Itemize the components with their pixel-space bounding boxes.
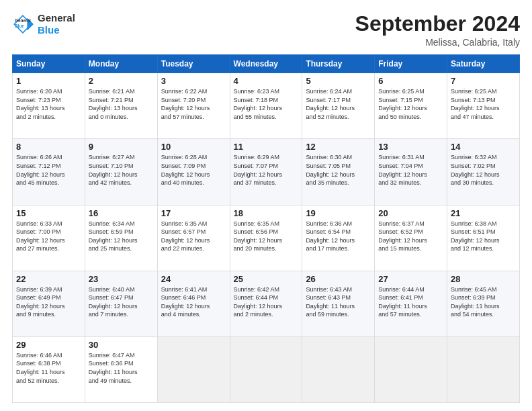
empty-cell-1: [157, 336, 230, 402]
logo: General Blue General Blue: [12, 12, 75, 36]
weekday-header-row: Sunday Monday Tuesday Wednesday Thursday…: [13, 55, 520, 73]
header-friday: Friday: [375, 55, 447, 73]
day-2: 2 Sunrise: 6:21 AMSunset: 7:21 PMDayligh…: [85, 73, 157, 139]
empty-cell-5: [447, 336, 520, 402]
week-1: 1 Sunrise: 6:20 AMSunset: 7:23 PMDayligh…: [13, 73, 520, 139]
day-23: 23 Sunrise: 6:40 AMSunset: 6:47 PMDaylig…: [85, 271, 157, 336]
header-monday: Monday: [85, 55, 157, 73]
header-wednesday: Wednesday: [230, 55, 302, 73]
calendar-table: Sunday Monday Tuesday Wednesday Thursday…: [12, 54, 520, 403]
day-24: 24 Sunrise: 6:41 AMSunset: 6:46 PMDaylig…: [157, 271, 230, 336]
day-17: 17 Sunrise: 6:35 AMSunset: 6:57 PMDaylig…: [157, 205, 230, 271]
header-sunday: Sunday: [13, 55, 85, 73]
logo-text: General Blue: [38, 12, 75, 36]
day-15: 15 Sunrise: 6:33 AMSunset: 7:00 PMDaylig…: [13, 205, 85, 271]
day-8: 8 Sunrise: 6:26 AMSunset: 7:12 PMDayligh…: [13, 139, 85, 205]
empty-cell-3: [302, 336, 375, 402]
day-20: 20 Sunrise: 6:37 AMSunset: 6:52 PMDaylig…: [375, 205, 447, 271]
day-1: 1 Sunrise: 6:20 AMSunset: 7:23 PMDayligh…: [13, 73, 85, 139]
day-21: 21 Sunrise: 6:38 AMSunset: 6:51 PMDaylig…: [447, 205, 520, 271]
empty-cell-2: [230, 336, 302, 402]
day-25: 25 Sunrise: 6:42 AMSunset: 6:44 PMDaylig…: [230, 271, 302, 336]
day-29: 29 Sunrise: 6:46 AMSunset: 6:38 PMDaylig…: [13, 336, 85, 402]
day-11: 11 Sunrise: 6:29 AMSunset: 7:07 PMDaylig…: [230, 139, 302, 205]
header: General Blue General Blue September 2024…: [12, 12, 520, 48]
location: Melissa, Calabria, Italy: [355, 37, 520, 48]
day-19: 19 Sunrise: 6:36 AMSunset: 6:54 PMDaylig…: [302, 205, 375, 271]
day-28: 28 Sunrise: 6:45 AMSunset: 6:39 PMDaylig…: [447, 271, 520, 336]
day-4: 4 Sunrise: 6:23 AMSunset: 7:18 PMDayligh…: [230, 73, 302, 139]
svg-text:General: General: [15, 18, 31, 23]
week-4: 22 Sunrise: 6:39 AMSunset: 6:49 PMDaylig…: [13, 271, 520, 336]
day-30: 30 Sunrise: 6:47 AMSunset: 6:36 PMDaylig…: [85, 336, 157, 402]
week-5: 29 Sunrise: 6:46 AMSunset: 6:38 PMDaylig…: [13, 336, 520, 402]
week-3: 15 Sunrise: 6:33 AMSunset: 7:00 PMDaylig…: [13, 205, 520, 271]
day-18: 18 Sunrise: 6:35 AMSunset: 6:56 PMDaylig…: [230, 205, 302, 271]
day-22: 22 Sunrise: 6:39 AMSunset: 6:49 PMDaylig…: [13, 271, 85, 336]
calendar-page: General Blue General Blue September 2024…: [0, 0, 532, 411]
week-2: 8 Sunrise: 6:26 AMSunset: 7:12 PMDayligh…: [13, 139, 520, 205]
day-6: 6 Sunrise: 6:25 AMSunset: 7:15 PMDayligh…: [375, 73, 447, 139]
header-thursday: Thursday: [302, 55, 375, 73]
day-10: 10 Sunrise: 6:28 AMSunset: 7:09 PMDaylig…: [157, 139, 230, 205]
day-16: 16 Sunrise: 6:34 AMSunset: 6:59 PMDaylig…: [85, 205, 157, 271]
day-12: 12 Sunrise: 6:30 AMSunset: 7:05 PMDaylig…: [302, 139, 375, 205]
day-26: 26 Sunrise: 6:43 AMSunset: 6:43 PMDaylig…: [302, 271, 375, 336]
day-13: 13 Sunrise: 6:31 AMSunset: 7:04 PMDaylig…: [375, 139, 447, 205]
day-14: 14 Sunrise: 6:32 AMSunset: 7:02 PMDaylig…: [447, 139, 520, 205]
title-section: September 2024 Melissa, Calabria, Italy: [355, 12, 520, 48]
day-27: 27 Sunrise: 6:44 AMSunset: 6:41 PMDaylig…: [375, 271, 447, 336]
month-title: September 2024: [355, 12, 520, 36]
header-tuesday: Tuesday: [157, 55, 230, 73]
day-5: 5 Sunrise: 6:24 AMSunset: 7:17 PMDayligh…: [302, 73, 375, 139]
day-3: 3 Sunrise: 6:22 AMSunset: 7:20 PMDayligh…: [157, 73, 230, 139]
day-7: 7 Sunrise: 6:25 AMSunset: 7:13 PMDayligh…: [447, 73, 520, 139]
logo-icon: General Blue: [12, 13, 34, 35]
header-saturday: Saturday: [447, 55, 520, 73]
svg-text:Blue: Blue: [15, 24, 24, 28]
empty-cell-4: [375, 336, 447, 402]
day-9: 9 Sunrise: 6:27 AMSunset: 7:10 PMDayligh…: [85, 139, 157, 205]
